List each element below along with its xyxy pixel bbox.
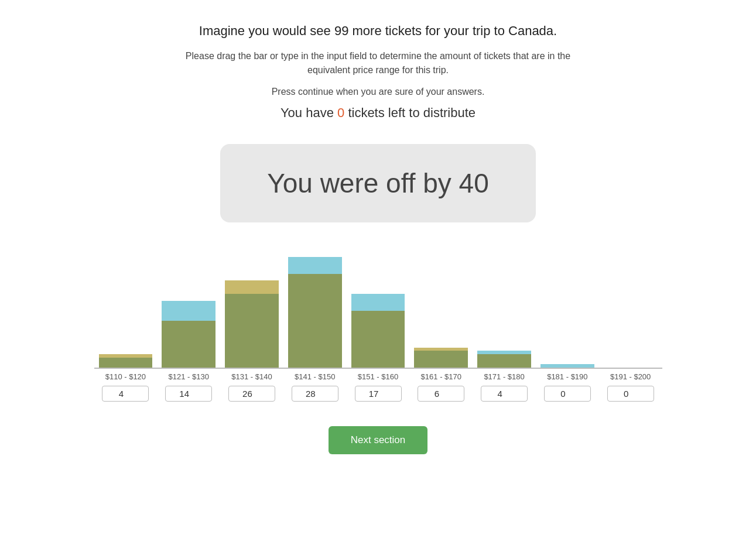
bar-input[interactable] <box>228 386 275 402</box>
tickets-left-suffix: tickets left to distribute <box>344 105 476 120</box>
input-group <box>409 385 473 403</box>
input-group <box>599 385 662 403</box>
tickets-left: You have 0 tickets left to distribute <box>280 105 476 121</box>
input-group <box>283 385 347 403</box>
bar-input[interactable] <box>102 386 149 402</box>
bar-group <box>220 252 283 368</box>
bar-label: $151 - $160 <box>347 369 410 381</box>
bars-row <box>94 252 662 369</box>
bar-input[interactable] <box>418 386 464 402</box>
user-bar-above <box>162 301 215 321</box>
bar-input[interactable] <box>481 386 528 402</box>
actual-bar <box>477 354 531 368</box>
actual-bar <box>351 311 405 368</box>
next-section-button[interactable]: Next section <box>329 426 428 454</box>
user-bar-below <box>225 280 279 294</box>
feedback-box: You were off by 40 <box>220 144 536 222</box>
bar-input[interactable] <box>165 386 212 402</box>
main-title: Imagine you would see 99 more tickets fo… <box>199 23 557 39</box>
bar-label: $161 - $170 <box>409 369 473 381</box>
bar-label: $191 - $200 <box>599 369 662 381</box>
bar-group <box>473 252 536 368</box>
input-group <box>94 385 158 403</box>
actual-bar <box>414 348 468 368</box>
subtitle: Please drag the bar or type in the input… <box>179 49 577 77</box>
user-bar-above <box>477 351 531 354</box>
bar-input[interactable] <box>292 386 338 402</box>
bar-wrapper <box>162 301 215 368</box>
user-bar-above <box>351 294 405 311</box>
bar-input[interactable] <box>607 386 654 402</box>
bar-label: $141 - $150 <box>283 369 347 381</box>
input-group <box>473 385 536 403</box>
bar-label: $131 - $140 <box>220 369 283 381</box>
tickets-count: 0 <box>337 105 344 120</box>
bar-input[interactable] <box>544 386 591 402</box>
press-continue: Press continue when you are sure of your… <box>272 87 485 97</box>
bar-wrapper <box>477 351 531 368</box>
bar-wrapper <box>414 348 468 368</box>
inputs-row <box>94 385 662 403</box>
bar-group <box>347 252 410 368</box>
actual-bar <box>288 274 342 368</box>
input-group <box>536 385 599 403</box>
bar-label: $181 - $190 <box>536 369 599 381</box>
bar-group <box>157 252 220 368</box>
user-bar-above <box>541 364 594 368</box>
bar-group <box>536 252 599 368</box>
bar-label: $110 - $120 <box>94 369 158 381</box>
user-bar-below <box>99 354 153 358</box>
bar-wrapper <box>541 364 594 368</box>
bar-wrapper <box>99 354 153 368</box>
chart-container: $110 - $120$121 - $130$131 - $140$141 - … <box>94 252 662 403</box>
bar-wrapper <box>351 294 405 368</box>
input-group <box>347 385 410 403</box>
user-bar-below <box>414 348 468 351</box>
user-bar-above <box>288 257 342 274</box>
input-group <box>220 385 283 403</box>
bar-group <box>94 252 158 368</box>
bar-wrapper <box>225 280 279 368</box>
actual-bar <box>162 321 215 368</box>
bar-group <box>599 252 662 368</box>
labels-row: $110 - $120$121 - $130$131 - $140$141 - … <box>94 369 662 381</box>
bar-label: $171 - $180 <box>473 369 536 381</box>
feedback-text: You were off by 40 <box>267 168 489 198</box>
tickets-left-prefix: You have <box>280 105 337 120</box>
bar-input[interactable] <box>355 386 402 402</box>
input-group <box>157 385 220 403</box>
bar-group <box>283 252 347 368</box>
bar-wrapper <box>288 257 342 368</box>
bar-label: $121 - $130 <box>157 369 220 381</box>
bar-group <box>409 252 473 368</box>
